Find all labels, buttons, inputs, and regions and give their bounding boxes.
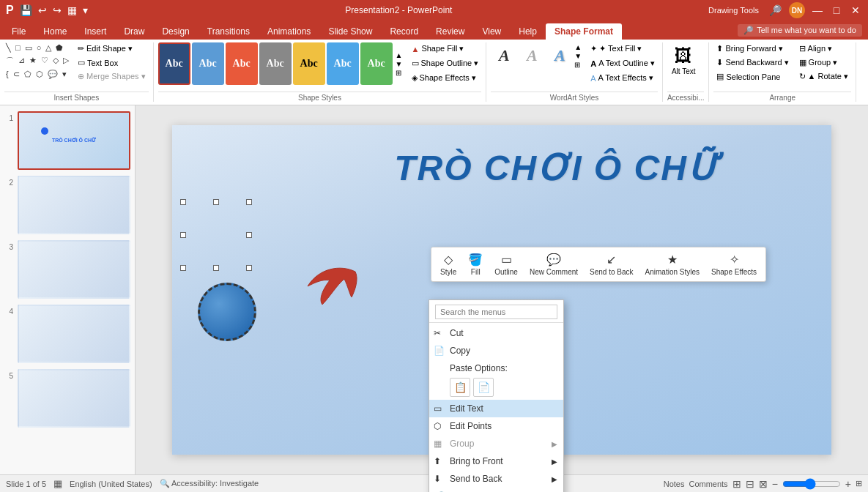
ctx-edit-points[interactable]: ⬡ Edit Points [429,417,563,435]
chevron-shape[interactable]: ▷ [62,55,70,67]
view-normal-btn[interactable]: ⊞ [732,478,741,490]
mini-fill-btn[interactable]: 🪣 Fill [464,250,487,278]
text-box-btn[interactable]: ▭Text Box [75,56,149,69]
expand-icon[interactable]: ▾ [61,69,68,80]
tab-transitions[interactable]: Transitions [199,23,259,40]
shape-style-1[interactable]: Abc [192,42,224,85]
slide-img-2[interactable] [18,176,130,234]
send-backward-btn[interactable]: ⬇ Send Backward ▾ [713,56,791,69]
minimize-btn[interactable]: — [811,4,824,17]
edit-shape-btn[interactable]: ✏Edit Shape ▾ [75,42,149,55]
style-up-btn[interactable]: ▲ [396,51,403,59]
oval-shape[interactable]: ○ [35,42,43,53]
wordart-down-btn[interactable]: ▼ [574,52,582,60]
mini-effects-btn[interactable]: ✧ Shape Effects [707,250,761,278]
align-btn[interactable]: ⊟ Align ▾ [796,42,851,55]
line-shape[interactable]: ╲ [4,42,12,53]
zoom-out-btn[interactable]: − [772,478,778,490]
tab-home[interactable]: Home [34,23,75,40]
tab-design[interactable]: Design [153,23,198,40]
shape-style-4[interactable]: Abc [293,42,325,85]
ribbon-search[interactable]: 🔎 Tell me what you want to do [738,24,862,37]
user-avatar[interactable]: DN [789,2,805,18]
view-slide-btn[interactable]: ⊟ [746,478,754,490]
tab-review[interactable]: Review [427,23,473,40]
mini-comment-btn[interactable]: 💬 New Comment [525,250,582,278]
tab-insert[interactable]: Insert [75,23,115,40]
rotate-btn[interactable]: ↻ ▲ Rotate ▾ [796,70,851,83]
handle-tr[interactable] [246,199,252,205]
wordart-more-btn[interactable]: ⊞ [574,61,582,69]
handle-bm[interactable] [213,265,219,271]
curly-shape[interactable]: ⊂ [12,69,21,80]
tab-record[interactable]: Record [381,23,427,40]
pentagon-shape[interactable]: ⬠ [23,69,33,80]
wordart-1[interactable]: A [519,42,545,69]
tab-view[interactable]: View [473,23,510,40]
brace-shape[interactable]: { [4,69,10,80]
paste-btn-1[interactable]: 📋 [450,378,470,397]
accessibility-status[interactable]: 🔍 Accessibility: Investigate [160,479,259,488]
tab-shape-format[interactable]: Shape Format [546,23,622,40]
diamond-shape[interactable]: ◇ [51,55,60,67]
text-outline-btn[interactable]: A A Text Outline ▾ [587,57,658,70]
text-fill-btn[interactable]: ✦ ✦ Text Fill ▾ [587,42,658,55]
handle-mr[interactable] [246,232,252,238]
more-shapes[interactable]: ⬟ [54,42,64,53]
wordart-up-btn[interactable]: ▲ [574,43,582,51]
mini-outline-btn[interactable]: ▭ Outline [490,250,522,278]
ctx-group[interactable]: ▦ Group ▶ [429,435,563,452]
view-reading-btn[interactable]: ⊠ [759,478,768,490]
notes-btn[interactable]: Notes [664,480,685,488]
ribbon-display-btn[interactable]: 🔎 [768,3,783,18]
rect-shape[interactable]: □ [14,42,22,53]
shape-outline-btn[interactable]: ▭ Shape Outline ▾ [409,57,482,70]
wordart-0[interactable]: A [491,42,517,69]
bring-forward-btn[interactable]: ⬆ Bring Forward ▾ [713,42,791,55]
shape-effects-btn[interactable]: ◈ Shape Effects ▾ [409,72,482,84]
shape-fill-btn[interactable]: ▲ Shape Fill ▾ [409,42,482,55]
tab-help[interactable]: Help [510,23,546,40]
shape-container[interactable] [183,202,249,268]
handle-br[interactable] [246,265,252,271]
hex-shape[interactable]: ⬡ [34,69,45,80]
more-qa-btn[interactable]: ▾ [81,3,89,18]
blue-circle-shape[interactable] [198,283,256,341]
fit-btn[interactable]: ⊞ [856,479,862,488]
ctx-cut[interactable]: ✂ Cut [429,324,563,342]
star-shape[interactable]: ★ [28,55,38,67]
undo-btn[interactable]: ↩ [37,3,48,18]
mini-animation-btn[interactable]: ★ Animation Styles [641,250,704,278]
callout-shape[interactable]: 💬 [46,69,59,80]
slide-img-1[interactable]: TRÒ CHƠI Ô CHỮ [18,111,130,170]
tab-animations[interactable]: Animations [259,23,319,40]
alt-text-btn[interactable]: 🖼 Alt Text [667,42,700,78]
shape-style-2[interactable]: Abc [226,42,258,85]
mini-sendback-btn[interactable]: ↙ Send to Back [585,250,637,278]
handle-tl[interactable] [180,199,186,205]
group-btn[interactable]: ▦ Group ▾ [796,56,851,69]
slide-panel-toggle[interactable]: ▦ [53,478,62,489]
slide-img-5[interactable] [18,369,130,428]
tab-draw[interactable]: Draw [115,23,153,40]
heart-shape[interactable]: ♡ [40,55,50,67]
selection-pane-btn[interactable]: ▤ Selection Pane [713,70,791,83]
shape-style-5[interactable]: Abc [327,42,359,85]
ctx-bring-front[interactable]: ⬆ Bring to Front ▶ [429,452,563,470]
slide-img-3[interactable] [18,240,130,299]
redo-btn[interactable]: ↪ [51,3,63,18]
style-more-btn[interactable]: ⊞ [396,69,403,77]
tab-slideshow[interactable]: Slide Show [319,23,381,40]
rounded-rect[interactable]: ▭ [23,42,34,53]
ctx-edit-text[interactable]: ▭ Edit Text [429,400,563,417]
wordart-2[interactable]: A [546,42,573,69]
slide-img-4[interactable] [18,305,130,363]
zoom-in-btn[interactable]: + [845,478,851,490]
triangle-shape[interactable]: △ [44,42,53,53]
handle-bl[interactable] [180,265,186,271]
free-shape[interactable]: ⊿ [17,55,26,67]
zoom-slider[interactable] [782,478,841,490]
text-effects-btn[interactable]: A A Text Effects ▾ [587,72,658,84]
shape-style-0[interactable]: Abc [158,42,190,85]
mini-style-btn[interactable]: ◇ Style [436,250,461,278]
